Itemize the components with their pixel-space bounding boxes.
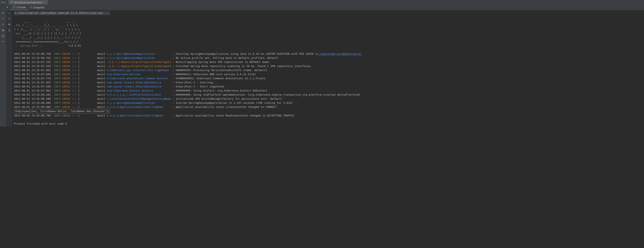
log-line: 2021-06-01 13:35:07.962 INFO 18536 --- […: [12, 89, 644, 93]
spring-icon: [10, 1, 13, 4]
exit-line: Process finished with exit code 0: [14, 122, 67, 125]
tab-endpoints-label: Endpoints: [34, 6, 44, 9]
svg-point-4: [32, 7, 32, 8]
log-line: 2021-06-01 13:35:08.388 INFO 18536 --- […: [12, 97, 644, 101]
wrap-icon[interactable]: [8, 17, 11, 20]
close-icon[interactable]: ×: [44, 1, 46, 4]
console-action-gutter: [6, 10, 12, 127]
log-lines-container: 2021-06-01 13:35:06.758 INFO 18536 --- […: [12, 52, 644, 109]
log-line: 2021-06-01 13:35:07.662 INFO 18536 --- […: [12, 68, 644, 72]
highlighted-output: [Employee{id=1, firstName='Dalia', lastN…: [14, 109, 110, 114]
print-icon[interactable]: [8, 23, 11, 26]
tab-console-label: Console: [16, 6, 26, 9]
spring-ascii-banner: . ____ _ __ _ _ /\\ / ___'_ __ _ _(_)_ _…: [12, 19, 644, 44]
log-line: 2021-06-01 13:35:06.758 INFO 18536 --- […: [12, 52, 644, 56]
run-tab-label: SpringDataJpaApplication: [14, 1, 42, 4]
console-output[interactable]: C:\Users\dalia\.jdks\adopt-openjdk-11.0.…: [12, 10, 644, 127]
log-line: 2021-06-01 13:35:08.381 INFO 18536 --- […: [12, 93, 644, 97]
log-line: 2021-06-01 13:35:07.776 INFO 18536 --- […: [12, 76, 644, 81]
log-line: 2021-06-01 13:35:07.359 INFO 18536 --- […: [12, 64, 644, 68]
run-top-bar: Run: SpringDataJpaApplication ×: [0, 0, 644, 5]
path-link[interactable]: C:\Users\dalia\IdeaProjects\: [317, 52, 362, 55]
boot-version: (v2.5.0): [44, 44, 81, 47]
tab-endpoints[interactable]: Endpoints: [28, 5, 46, 10]
command-line: C:\Users\dalia\.jdks\adopt-openjdk-11.0.…: [14, 11, 110, 15]
trash-icon[interactable]: [8, 29, 11, 32]
log-line: 2021-06-01 13:35:06.761 INFO 18536 --- […: [12, 56, 644, 60]
svg-rect-5: [2, 24, 4, 25]
log-line-after: 2021-06-01 13:35:08.789 INFO 18536 --- […: [12, 114, 644, 118]
log-line: 2021-06-01 13:35:07.948 INFO 18536 --- […: [12, 85, 644, 89]
run-label: Run:: [1, 1, 6, 4]
boot-label: :: Spring Boot ::: [14, 44, 44, 47]
svg-point-7: [3, 30, 4, 31]
tab-console[interactable]: Console: [11, 5, 28, 10]
run-config-tab[interactable]: SpringDataJpaApplication ×: [8, 0, 48, 5]
log-line: 2021-06-01 13:35:07.855 INFO 18536 --- […: [12, 81, 644, 85]
log-line: 2021-06-01 13:35:08.789 INFO 18536 --- […: [12, 114, 644, 118]
camera-icon[interactable]: [2, 29, 5, 32]
endpoints-icon: [30, 6, 32, 9]
svg-rect-12: [9, 23, 10, 24]
pin-icon[interactable]: [2, 40, 5, 43]
wrench-icon[interactable]: [2, 17, 5, 20]
rerun-icon[interactable]: [2, 11, 5, 15]
svg-rect-8: [2, 35, 4, 37]
left-action-gutter: [0, 10, 6, 127]
up-arrow-icon[interactable]: [6, 6, 8, 9]
svg-rect-13: [9, 25, 10, 25]
log-line: 2021-06-01 13:35:08.684 INFO 18536 --- […: [12, 101, 644, 105]
layout-icon[interactable]: [2, 34, 5, 38]
scroll-down-icon[interactable]: [8, 11, 11, 15]
console-icon: [13, 5, 16, 9]
main-area: C:\Users\dalia\.jdks\adopt-openjdk-11.0.…: [0, 10, 644, 127]
svg-point-3: [32, 6, 32, 7]
log-line: 2021-06-01 13:35:07.316 INFO 18536 --- […: [12, 60, 644, 64]
svg-point-2: [30, 7, 31, 7]
log-line: 2021-06-01 13:35:07.694 INFO 18536 --- […: [12, 72, 644, 76]
log-line: 2021-06-01 13:35:08.686 INFO 18536 --- […: [12, 105, 644, 109]
tool-tabs-row: Console Endpoints: [0, 5, 644, 10]
stop-icon[interactable]: [2, 23, 5, 26]
